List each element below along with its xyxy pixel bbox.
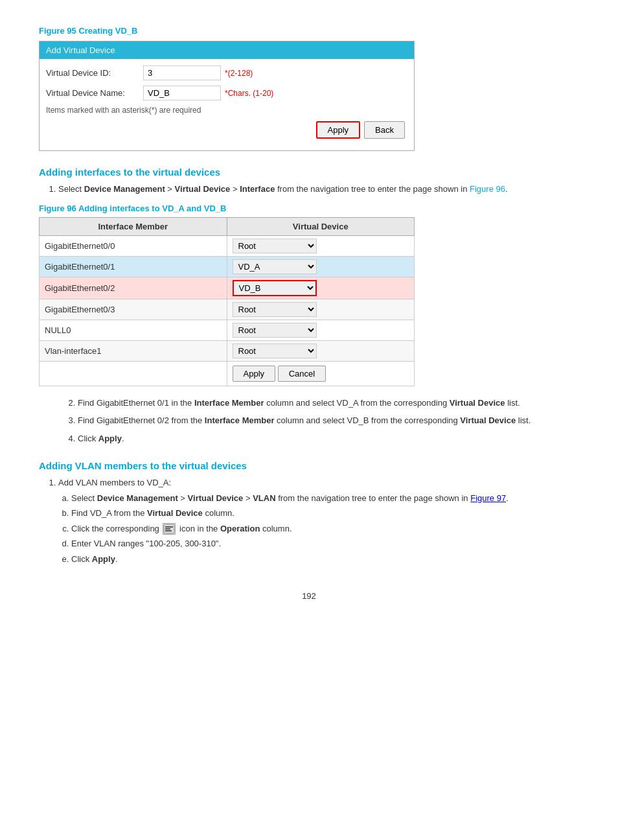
steps-2-4: Find GigabitEthernet 0/1 in the Interfac… [58, 397, 579, 445]
table-row: NULL0RootVD_AVD_B [40, 320, 415, 340]
cell-interface-3: GigabitEthernet0/3 [40, 299, 227, 320]
section-heading-interfaces: Adding interfaces to the virtual devices [39, 167, 579, 178]
vlan-sub-steps: Select Device Management > Virtual Devic… [71, 492, 579, 566]
step2-text: Find GigabitEthernet 0/1 in the Interfac… [78, 398, 520, 408]
add-virtual-device-panel: Add Virtual Device Virtual Device ID: *(… [39, 41, 415, 151]
svg-rect-3 [165, 530, 172, 531]
step3-text: Find GigabitEthernet 0/2 from the Interf… [78, 415, 531, 425]
vlan-a-bold-vd: Virtual Device [188, 493, 244, 503]
step-2: Find GigabitEthernet 0/1 in the Interfac… [78, 397, 579, 410]
col-header-vdevice: Virtual Device [227, 217, 415, 235]
step-4: Click Apply. [78, 432, 579, 445]
input-device-name[interactable] [143, 86, 221, 100]
vlan-step1-prefix: Add VLAN members to VD_A: [58, 478, 171, 487]
form-row-id: Virtual Device ID: *(2-128) [46, 65, 407, 80]
label-device-name: Virtual Device Name: [46, 88, 143, 98]
select-vdevice-last[interactable]: RootVD_AVD_B [233, 344, 317, 358]
table-row: GigabitEthernet0/3RootVD_AVD_B [40, 299, 415, 320]
cell-vdevice-1[interactable]: RootVD_AVD_B [227, 256, 415, 277]
panel-header: Add Virtual Device [40, 41, 414, 59]
step1-text: Select Device Management > Virtual Devic… [58, 184, 508, 194]
step3-bold-im: Interface Member [205, 415, 275, 425]
cell-vdevice-2[interactable]: RootVD_AVD_B [227, 277, 415, 299]
vlan-b-bold-vd: Virtual Device [147, 508, 203, 518]
select-vdevice-0[interactable]: RootVD_AVD_B [233, 239, 317, 253]
step-1-interfaces: Select Device Management > Virtual Devic… [58, 183, 579, 196]
apply-button-fig95[interactable]: Apply [316, 121, 361, 139]
step2-bold-vd: Virtual Device [450, 398, 505, 408]
table-button-row: Apply Cancel [40, 361, 415, 386]
cell-interface-2: GigabitEthernet0/2 [40, 277, 227, 299]
op-icon-svg [163, 524, 175, 534]
figure96-link[interactable]: Figure 96 [470, 184, 505, 194]
panel-buttons: Apply Back [46, 121, 407, 144]
table-row: Vlan-interface1RootVD_AVD_B [40, 340, 415, 361]
vlan-sub-c: Click the corresponding icon in the Oper… [71, 522, 579, 535]
vlan-a-bold-vlan: VLAN [253, 493, 275, 503]
select-vdevice-1[interactable]: RootVD_AVD_B [233, 259, 317, 274]
col-header-interface: Interface Member [40, 217, 227, 235]
cell-interface-5: Vlan-interface1 [40, 340, 227, 361]
step4-text: Click Apply. [78, 434, 124, 443]
label-device-id: Virtual Device ID: [46, 68, 143, 78]
svg-rect-2 [165, 528, 170, 530]
step2-bold-im: Interface Member [194, 398, 264, 408]
hint-device-name: *Chars. (1-20) [225, 89, 273, 98]
table-row: GigabitEthernet0/1RootVD_AVD_B [40, 256, 415, 277]
select-vdevice-3[interactable]: RootVD_AVD_B [233, 302, 317, 317]
vlan-step-list: Add VLAN members to VD_A: Select Device … [58, 476, 579, 565]
table-header-row: Interface Member Virtual Device [40, 217, 415, 235]
vlan-sub-e: Click Apply. [71, 553, 579, 566]
vlan-c-bold-op: Operation [220, 524, 260, 533]
vlan-e-bold-apply: Apply [92, 554, 115, 564]
cell-interface-0: GigabitEthernet0/0 [40, 235, 227, 256]
back-button-fig95[interactable]: Back [364, 121, 405, 139]
figure95-caption: Figure 95 Creating VD_B [39, 26, 579, 36]
figure97-link[interactable]: Figure 97 [470, 493, 506, 503]
required-note: Items marked with an asterisk(*) are req… [46, 106, 407, 115]
cancel-button-table[interactable]: Cancel [278, 366, 326, 382]
page-number: 192 [39, 591, 579, 601]
step3-bold-vd: Virtual Device [460, 415, 516, 425]
vlan-sub-d: Enter VLAN ranges "100-205, 300-310". [71, 537, 579, 550]
select-vdevice-2[interactable]: RootVD_AVD_B [233, 280, 317, 296]
section-heading-vlan: Adding VLAN members to the virtual devic… [39, 460, 579, 471]
select-vdevice-4[interactable]: RootVD_AVD_B [233, 323, 317, 338]
cell-interface-1: GigabitEthernet0/1 [40, 256, 227, 277]
steps-list-23: Find GigabitEthernet 0/1 in the Interfac… [78, 397, 579, 445]
table-row: GigabitEthernet0/0RootVD_AVD_B [40, 235, 415, 256]
table-btn-cell: Apply Cancel [227, 361, 415, 386]
step1-bold-iface: Interface [240, 184, 275, 194]
step1-bold-vd: Virtual Device [175, 184, 231, 194]
vlan-sub-b: Find VD_A from the Virtual Device column… [71, 507, 579, 520]
cell-vdevice-0[interactable]: RootVD_AVD_B [227, 235, 415, 256]
cell-interface-4: NULL0 [40, 320, 227, 340]
form-row-name: Virtual Device Name: *Chars. (1-20) [46, 86, 407, 100]
step-list-interfaces: Select Device Management > Virtual Devic… [58, 183, 579, 196]
step4-bold-apply: Apply [98, 434, 122, 443]
step1-bold-dm: Device Management [84, 184, 165, 194]
table-row: GigabitEthernet0/2RootVD_AVD_B [40, 277, 415, 299]
vlan-a-bold-dm: Device Management [97, 493, 178, 503]
vlan-step-1: Add VLAN members to VD_A: Select Device … [58, 476, 579, 565]
hint-device-id: *(2-128) [225, 69, 253, 78]
apply-button-table[interactable]: Apply [233, 366, 276, 382]
operation-icon [163, 523, 176, 535]
vlan-sub-a: Select Device Management > Virtual Devic… [71, 492, 579, 505]
step-3: Find GigabitEthernet 0/2 from the Interf… [78, 414, 579, 427]
figure96-caption: Figure 96 Adding interfaces to VD_A and … [39, 204, 579, 213]
cell-vdevice-5[interactable]: RootVD_AVD_B [227, 340, 415, 361]
interface-table: Interface Member Virtual Device GigabitE… [39, 217, 415, 386]
svg-rect-1 [165, 526, 173, 528]
cell-vdevice-4[interactable]: RootVD_AVD_B [227, 320, 415, 340]
input-device-id[interactable] [143, 65, 221, 80]
cell-vdevice-3[interactable]: RootVD_AVD_B [227, 299, 415, 320]
table-btn-empty-cell [40, 361, 227, 386]
